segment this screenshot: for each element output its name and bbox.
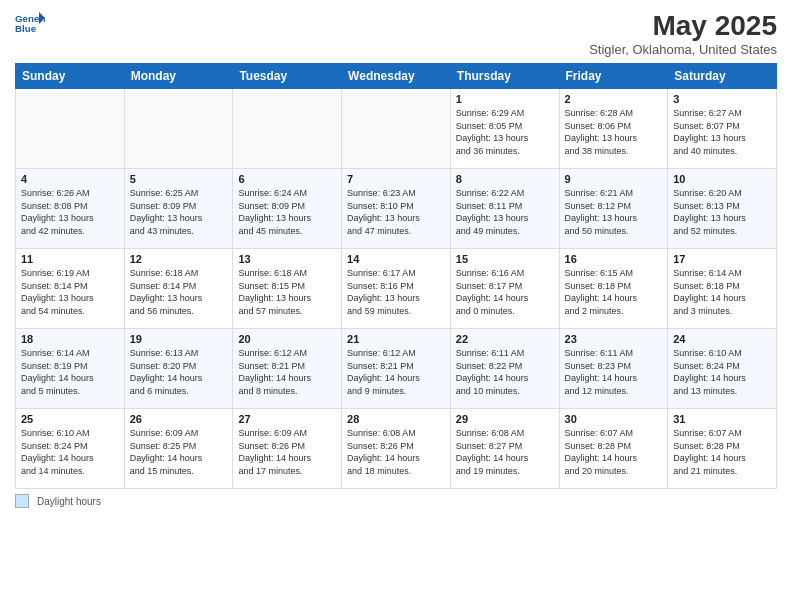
table-row: 25Sunrise: 6:10 AM Sunset: 8:24 PM Dayli…	[16, 409, 125, 489]
table-row	[124, 89, 233, 169]
day-info: Sunrise: 6:12 AM Sunset: 8:21 PM Dayligh…	[238, 347, 336, 397]
table-row: 29Sunrise: 6:08 AM Sunset: 8:27 PM Dayli…	[450, 409, 559, 489]
day-number: 29	[456, 413, 554, 425]
day-number: 7	[347, 173, 445, 185]
day-info: Sunrise: 6:11 AM Sunset: 8:23 PM Dayligh…	[565, 347, 663, 397]
table-row: 11Sunrise: 6:19 AM Sunset: 8:14 PM Dayli…	[16, 249, 125, 329]
day-number: 17	[673, 253, 771, 265]
day-info: Sunrise: 6:26 AM Sunset: 8:08 PM Dayligh…	[21, 187, 119, 237]
table-row: 5Sunrise: 6:25 AM Sunset: 8:09 PM Daylig…	[124, 169, 233, 249]
day-info: Sunrise: 6:23 AM Sunset: 8:10 PM Dayligh…	[347, 187, 445, 237]
day-number: 14	[347, 253, 445, 265]
day-number: 22	[456, 333, 554, 345]
header: General Blue May 2025 Stigler, Oklahoma,…	[15, 10, 777, 57]
table-row: 15Sunrise: 6:16 AM Sunset: 8:17 PM Dayli…	[450, 249, 559, 329]
day-info: Sunrise: 6:10 AM Sunset: 8:24 PM Dayligh…	[673, 347, 771, 397]
table-row: 4Sunrise: 6:26 AM Sunset: 8:08 PM Daylig…	[16, 169, 125, 249]
col-wednesday: Wednesday	[342, 64, 451, 89]
table-row: 3Sunrise: 6:27 AM Sunset: 8:07 PM Daylig…	[668, 89, 777, 169]
day-info: Sunrise: 6:18 AM Sunset: 8:14 PM Dayligh…	[130, 267, 228, 317]
table-row: 13Sunrise: 6:18 AM Sunset: 8:15 PM Dayli…	[233, 249, 342, 329]
calendar-week-4: 18Sunrise: 6:14 AM Sunset: 8:19 PM Dayli…	[16, 329, 777, 409]
calendar-header-row: Sunday Monday Tuesday Wednesday Thursday…	[16, 64, 777, 89]
day-number: 2	[565, 93, 663, 105]
main-title: May 2025	[589, 10, 777, 42]
daylight-box	[15, 494, 29, 508]
table-row: 27Sunrise: 6:09 AM Sunset: 8:26 PM Dayli…	[233, 409, 342, 489]
calendar-table: Sunday Monday Tuesday Wednesday Thursday…	[15, 63, 777, 489]
day-number: 20	[238, 333, 336, 345]
day-number: 16	[565, 253, 663, 265]
table-row: 23Sunrise: 6:11 AM Sunset: 8:23 PM Dayli…	[559, 329, 668, 409]
day-info: Sunrise: 6:18 AM Sunset: 8:15 PM Dayligh…	[238, 267, 336, 317]
day-info: Sunrise: 6:09 AM Sunset: 8:25 PM Dayligh…	[130, 427, 228, 477]
day-number: 25	[21, 413, 119, 425]
table-row: 17Sunrise: 6:14 AM Sunset: 8:18 PM Dayli…	[668, 249, 777, 329]
day-info: Sunrise: 6:12 AM Sunset: 8:21 PM Dayligh…	[347, 347, 445, 397]
day-number: 27	[238, 413, 336, 425]
day-info: Sunrise: 6:09 AM Sunset: 8:26 PM Dayligh…	[238, 427, 336, 477]
day-info: Sunrise: 6:07 AM Sunset: 8:28 PM Dayligh…	[565, 427, 663, 477]
table-row: 8Sunrise: 6:22 AM Sunset: 8:11 PM Daylig…	[450, 169, 559, 249]
day-number: 5	[130, 173, 228, 185]
table-row: 28Sunrise: 6:08 AM Sunset: 8:26 PM Dayli…	[342, 409, 451, 489]
footer: Daylight hours	[15, 494, 777, 508]
day-info: Sunrise: 6:21 AM Sunset: 8:12 PM Dayligh…	[565, 187, 663, 237]
table-row: 16Sunrise: 6:15 AM Sunset: 8:18 PM Dayli…	[559, 249, 668, 329]
day-info: Sunrise: 6:16 AM Sunset: 8:17 PM Dayligh…	[456, 267, 554, 317]
calendar-week-5: 25Sunrise: 6:10 AM Sunset: 8:24 PM Dayli…	[16, 409, 777, 489]
footer-bar: Daylight hours	[15, 494, 777, 508]
daylight-label: Daylight hours	[37, 496, 101, 507]
table-row: 22Sunrise: 6:11 AM Sunset: 8:22 PM Dayli…	[450, 329, 559, 409]
day-number: 10	[673, 173, 771, 185]
day-info: Sunrise: 6:28 AM Sunset: 8:06 PM Dayligh…	[565, 107, 663, 157]
table-row: 20Sunrise: 6:12 AM Sunset: 8:21 PM Dayli…	[233, 329, 342, 409]
day-number: 11	[21, 253, 119, 265]
day-info: Sunrise: 6:22 AM Sunset: 8:11 PM Dayligh…	[456, 187, 554, 237]
day-info: Sunrise: 6:15 AM Sunset: 8:18 PM Dayligh…	[565, 267, 663, 317]
col-saturday: Saturday	[668, 64, 777, 89]
day-number: 26	[130, 413, 228, 425]
day-number: 8	[456, 173, 554, 185]
day-info: Sunrise: 6:19 AM Sunset: 8:14 PM Dayligh…	[21, 267, 119, 317]
day-info: Sunrise: 6:25 AM Sunset: 8:09 PM Dayligh…	[130, 187, 228, 237]
day-number: 23	[565, 333, 663, 345]
table-row: 7Sunrise: 6:23 AM Sunset: 8:10 PM Daylig…	[342, 169, 451, 249]
table-row: 2Sunrise: 6:28 AM Sunset: 8:06 PM Daylig…	[559, 89, 668, 169]
calendar-week-3: 11Sunrise: 6:19 AM Sunset: 8:14 PM Dayli…	[16, 249, 777, 329]
table-row: 18Sunrise: 6:14 AM Sunset: 8:19 PM Dayli…	[16, 329, 125, 409]
col-thursday: Thursday	[450, 64, 559, 89]
day-number: 13	[238, 253, 336, 265]
logo: General Blue	[15, 10, 45, 38]
calendar-week-1: 1Sunrise: 6:29 AM Sunset: 8:05 PM Daylig…	[16, 89, 777, 169]
day-info: Sunrise: 6:24 AM Sunset: 8:09 PM Dayligh…	[238, 187, 336, 237]
day-number: 4	[21, 173, 119, 185]
day-number: 24	[673, 333, 771, 345]
day-info: Sunrise: 6:29 AM Sunset: 8:05 PM Dayligh…	[456, 107, 554, 157]
col-friday: Friday	[559, 64, 668, 89]
day-info: Sunrise: 6:08 AM Sunset: 8:26 PM Dayligh…	[347, 427, 445, 477]
day-info: Sunrise: 6:27 AM Sunset: 8:07 PM Dayligh…	[673, 107, 771, 157]
svg-text:Blue: Blue	[15, 23, 37, 34]
col-monday: Monday	[124, 64, 233, 89]
day-number: 1	[456, 93, 554, 105]
day-info: Sunrise: 6:08 AM Sunset: 8:27 PM Dayligh…	[456, 427, 554, 477]
day-info: Sunrise: 6:11 AM Sunset: 8:22 PM Dayligh…	[456, 347, 554, 397]
calendar-week-2: 4Sunrise: 6:26 AM Sunset: 8:08 PM Daylig…	[16, 169, 777, 249]
subtitle: Stigler, Oklahoma, United States	[589, 42, 777, 57]
title-section: May 2025 Stigler, Oklahoma, United State…	[589, 10, 777, 57]
day-info: Sunrise: 6:10 AM Sunset: 8:24 PM Dayligh…	[21, 427, 119, 477]
col-sunday: Sunday	[16, 64, 125, 89]
day-number: 30	[565, 413, 663, 425]
table-row	[16, 89, 125, 169]
table-row: 12Sunrise: 6:18 AM Sunset: 8:14 PM Dayli…	[124, 249, 233, 329]
day-info: Sunrise: 6:20 AM Sunset: 8:13 PM Dayligh…	[673, 187, 771, 237]
table-row	[342, 89, 451, 169]
day-number: 6	[238, 173, 336, 185]
day-info: Sunrise: 6:13 AM Sunset: 8:20 PM Dayligh…	[130, 347, 228, 397]
table-row: 19Sunrise: 6:13 AM Sunset: 8:20 PM Dayli…	[124, 329, 233, 409]
table-row: 26Sunrise: 6:09 AM Sunset: 8:25 PM Dayli…	[124, 409, 233, 489]
table-row: 31Sunrise: 6:07 AM Sunset: 8:28 PM Dayli…	[668, 409, 777, 489]
day-number: 31	[673, 413, 771, 425]
day-number: 3	[673, 93, 771, 105]
